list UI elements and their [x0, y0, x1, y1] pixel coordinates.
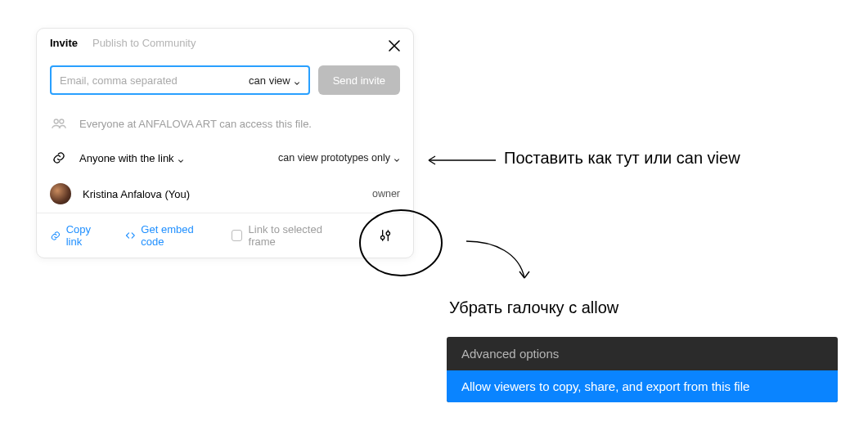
email-placeholder: Email, comma separated [60, 74, 178, 87]
link-permission-select[interactable]: can view prototypes only [278, 152, 400, 164]
tab-publish[interactable]: Publish to Community [92, 37, 196, 49]
org-access-row: Everyone at ANFALOVA ART can access this… [37, 106, 413, 141]
send-invite-button[interactable]: Send invite [318, 65, 400, 95]
chevron-down-icon [294, 77, 300, 83]
checkbox-icon [232, 230, 242, 241]
invite-permission-label: can view [249, 74, 290, 87]
annotation-arrow-1 [424, 152, 497, 168]
svg-point-5 [386, 231, 389, 235]
dialog-tabs: Invite Publish to Community [37, 29, 413, 57]
annotation-text-1: Поставить как тут или can view [504, 149, 740, 168]
owner-row: Kristina Anfalova (You) owner [37, 175, 413, 213]
link-access-label: Anyone with the link [79, 152, 174, 164]
copy-link-label: Copy link [66, 223, 106, 248]
advanced-options-header: Advanced options [447, 337, 838, 370]
advanced-options-menu: Advanced options Allow viewers to copy, … [447, 337, 838, 402]
link-permission-label: can view prototypes only [278, 152, 390, 164]
email-field[interactable]: Email, comma separated can view [50, 65, 310, 95]
link-access-row: Anyone with the link can view prototypes… [37, 141, 413, 175]
sliders-icon [377, 227, 394, 244]
link-selected-frame-label: Link to selected frame [249, 223, 344, 248]
svg-point-3 [380, 235, 384, 239]
link-access-select[interactable]: Anyone with the link [79, 152, 267, 164]
invite-row: Email, comma separated can view Send inv… [37, 57, 413, 106]
dialog-footer: Copy link Get embed code Link to selecte… [37, 213, 413, 258]
annotation-text-2: Убрать галочку с allow [449, 298, 618, 317]
allow-viewers-copy-option[interactable]: Allow viewers to copy, share, and export… [447, 370, 838, 402]
share-dialog: Invite Publish to Community Email, comma… [36, 28, 414, 258]
share-settings-button[interactable] [370, 224, 400, 247]
get-embed-label: Get embed code [141, 223, 213, 248]
org-access-text: Everyone at ANFALOVA ART can access this… [79, 118, 400, 130]
invite-permission-select[interactable]: can view [249, 74, 300, 87]
owner-role: owner [372, 188, 400, 200]
owner-name: Kristina Anfalova (You) [83, 188, 361, 200]
tab-invite[interactable]: Invite [50, 37, 78, 49]
chevron-down-icon [394, 155, 400, 161]
chevron-down-icon [178, 155, 184, 161]
svg-point-1 [60, 119, 64, 123]
avatar [50, 183, 71, 204]
annotation-arrow-2 [462, 237, 536, 286]
copy-link-button[interactable]: Copy link [50, 223, 106, 248]
get-embed-button[interactable]: Get embed code [124, 223, 214, 248]
link-selected-frame-toggle[interactable]: Link to selected frame [232, 223, 344, 248]
svg-point-0 [54, 119, 58, 123]
close-icon[interactable] [387, 38, 402, 53]
people-icon [50, 114, 68, 132]
link-icon [50, 149, 68, 167]
